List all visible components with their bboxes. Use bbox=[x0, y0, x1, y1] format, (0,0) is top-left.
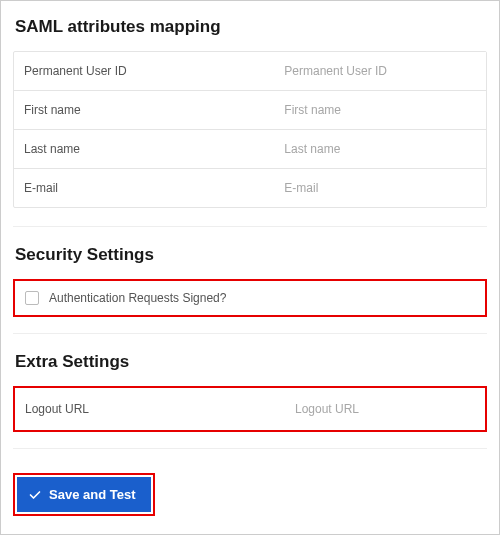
saml-mapping-heading: SAML attributes mapping bbox=[15, 17, 487, 37]
extra-settings-heading: Extra Settings bbox=[15, 352, 487, 372]
logout-url-row: Logout URL bbox=[25, 398, 475, 420]
divider bbox=[13, 448, 487, 449]
email-input[interactable] bbox=[278, 169, 486, 207]
logout-url-label: Logout URL bbox=[25, 398, 295, 420]
extra-highlight-box: Logout URL bbox=[13, 386, 487, 432]
divider bbox=[13, 333, 487, 334]
logout-url-input[interactable] bbox=[295, 398, 475, 420]
mapping-label: E-mail bbox=[14, 169, 278, 207]
mapping-label: First name bbox=[14, 91, 278, 129]
mapping-row-first-name: First name bbox=[14, 91, 486, 130]
mapping-row-permanent-user-id: Permanent User ID bbox=[14, 52, 486, 91]
mapping-label: Last name bbox=[14, 130, 278, 168]
divider bbox=[13, 226, 487, 227]
mapping-label: Permanent User ID bbox=[14, 52, 278, 90]
save-button-highlight: Save and Test bbox=[13, 473, 155, 516]
mapping-row-last-name: Last name bbox=[14, 130, 486, 169]
auth-requests-signed-row: Authentication Requests Signed? bbox=[25, 291, 475, 305]
save-button-label: Save and Test bbox=[49, 487, 135, 502]
save-and-test-button[interactable]: Save and Test bbox=[17, 477, 151, 512]
first-name-input[interactable] bbox=[278, 91, 486, 129]
check-icon bbox=[29, 489, 41, 501]
permanent-user-id-input[interactable] bbox=[278, 52, 486, 90]
auth-requests-signed-checkbox[interactable] bbox=[25, 291, 39, 305]
saml-mapping-table: Permanent User ID First name Last name E… bbox=[13, 51, 487, 208]
security-settings-heading: Security Settings bbox=[15, 245, 487, 265]
security-highlight-box: Authentication Requests Signed? bbox=[13, 279, 487, 317]
auth-requests-signed-label: Authentication Requests Signed? bbox=[49, 291, 226, 305]
mapping-row-email: E-mail bbox=[14, 169, 486, 207]
last-name-input[interactable] bbox=[278, 130, 486, 168]
